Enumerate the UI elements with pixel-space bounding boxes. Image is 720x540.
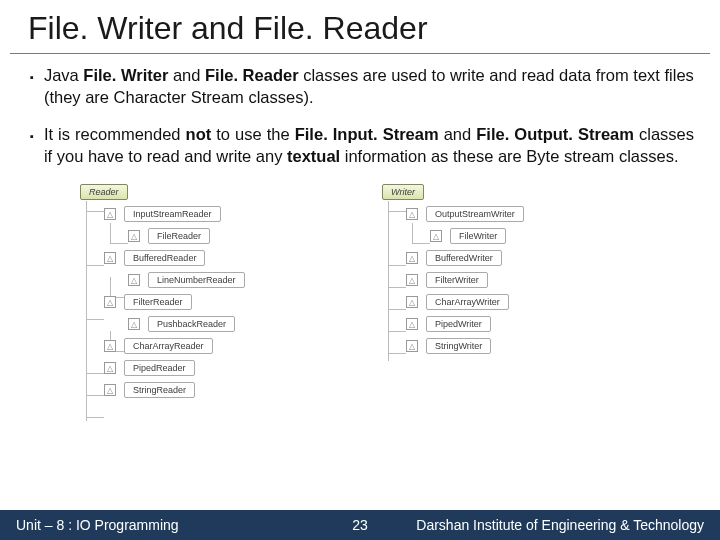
inherit-icon: △ (104, 296, 116, 308)
inherit-icon: △ (104, 252, 116, 264)
bullet-marker: ▪ (30, 64, 34, 109)
class-hierarchy-diagram: Reader △InputStreamReader △FileReader △B… (80, 181, 694, 401)
class-box: OutputStreamWriter (426, 206, 524, 222)
class-box: FileReader (148, 228, 210, 244)
class-box: PushbackReader (148, 316, 235, 332)
bullet-1: ▪ Java File. Writer and File. Reader cla… (30, 64, 694, 109)
bullet-1-text: Java File. Writer and File. Reader class… (44, 64, 694, 109)
class-box: FilterWriter (426, 272, 488, 288)
class-box: FilterReader (124, 294, 192, 310)
inherit-icon: △ (406, 252, 418, 264)
reader-tree: Reader △InputStreamReader △FileReader △B… (80, 181, 340, 401)
class-box: FileWriter (450, 228, 506, 244)
inherit-icon: △ (406, 274, 418, 286)
bullet-marker: ▪ (30, 123, 34, 168)
class-box: BufferedWriter (426, 250, 502, 266)
class-box: Reader (80, 184, 128, 200)
slide-footer: Unit – 8 : IO Programming 23 Darshan Ins… (0, 510, 720, 540)
inherit-icon: △ (406, 296, 418, 308)
inherit-icon: △ (430, 230, 442, 242)
bullet-2: ▪ It is recommended not to use the File.… (30, 123, 694, 168)
class-box: CharArrayWriter (426, 294, 509, 310)
writer-tree: Writer △OutputStreamWriter △FileWriter △… (382, 181, 642, 401)
class-box: StringReader (124, 382, 195, 398)
class-box: PipedWriter (426, 316, 491, 332)
class-box: CharArrayReader (124, 338, 213, 354)
class-box: LineNumberReader (148, 272, 245, 288)
inherit-icon: △ (128, 318, 140, 330)
inherit-icon: △ (406, 318, 418, 330)
inherit-icon: △ (104, 208, 116, 220)
inherit-icon: △ (406, 340, 418, 352)
slide-body: ▪ Java File. Writer and File. Reader cla… (0, 64, 720, 401)
class-box: Writer (382, 184, 424, 200)
inherit-icon: △ (104, 384, 116, 396)
class-box: StringWriter (426, 338, 491, 354)
inherit-icon: △ (406, 208, 418, 220)
inherit-icon: △ (128, 230, 140, 242)
slide-title: File. Writer and File. Reader (10, 0, 710, 54)
footer-page-number: 23 (352, 517, 368, 533)
class-box: BufferedReader (124, 250, 205, 266)
inherit-icon: △ (104, 340, 116, 352)
inherit-icon: △ (128, 274, 140, 286)
inherit-icon: △ (104, 362, 116, 374)
class-box: InputStreamReader (124, 206, 221, 222)
class-box: PipedReader (124, 360, 195, 376)
bullet-2-text: It is recommended not to use the File. I… (44, 123, 694, 168)
footer-org: Darshan Institute of Engineering & Techn… (416, 517, 704, 533)
footer-unit: Unit – 8 : IO Programming (16, 517, 179, 533)
